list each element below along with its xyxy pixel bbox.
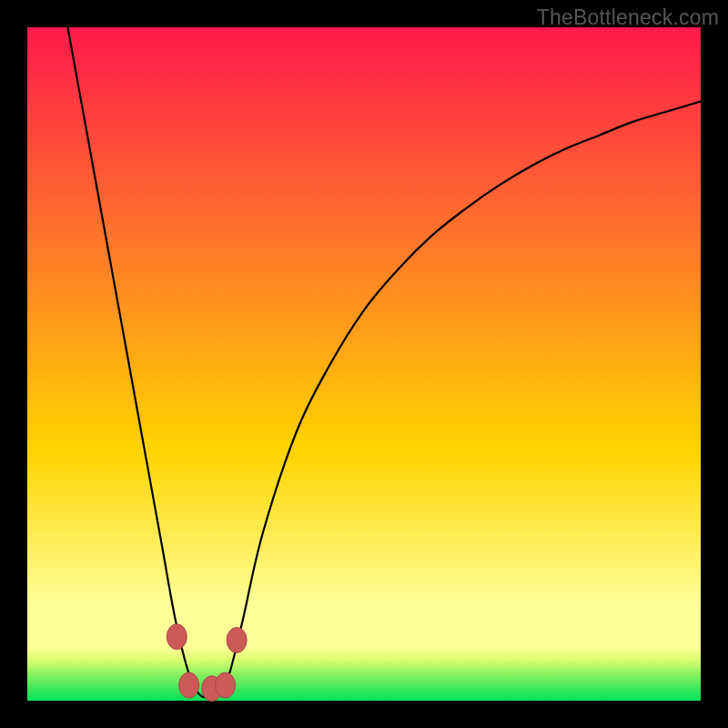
curve-layer (27, 27, 701, 701)
curve-marker (167, 624, 187, 650)
curve-marker (179, 672, 199, 698)
bottleneck-curve (67, 27, 701, 697)
chart-frame: TheBottleneck.com (0, 0, 728, 728)
watermark-text: TheBottleneck.com (537, 5, 719, 30)
curve-markers (167, 624, 247, 702)
curve-marker (227, 627, 247, 652)
curve-marker (216, 672, 236, 698)
